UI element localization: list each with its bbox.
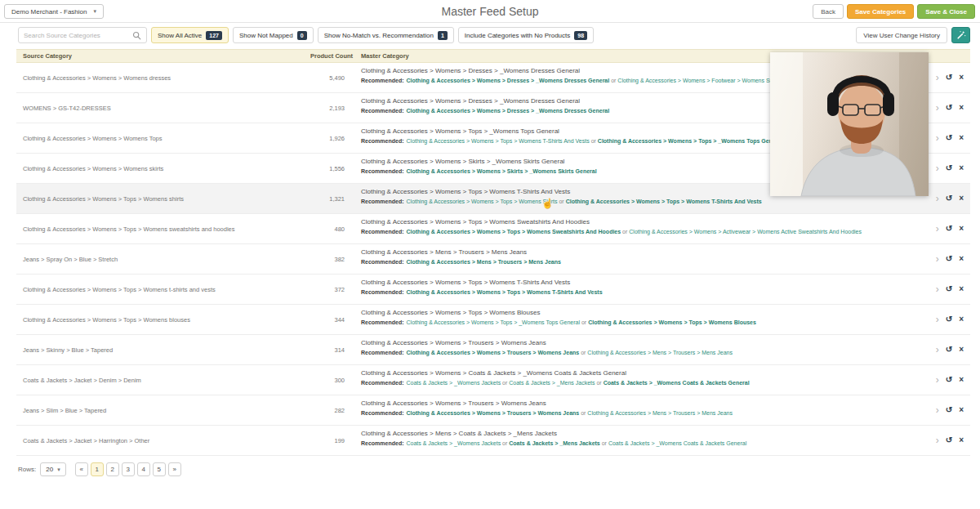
expand-chevron-icon[interactable]: › bbox=[936, 73, 939, 83]
recommended-category-link[interactable]: Clothing & Accessories > Womens > Tops >… bbox=[407, 138, 590, 144]
expand-chevron-icon[interactable]: › bbox=[936, 375, 939, 385]
remove-icon[interactable]: × bbox=[959, 315, 964, 324]
recommended-category-link[interactable]: Clothing & Accessories > Womens > Active… bbox=[629, 229, 862, 234]
recommended-category-link[interactable]: Coats & Jackets > _Womens Coats & Jacket… bbox=[604, 380, 750, 386]
remove-icon[interactable]: × bbox=[959, 194, 964, 203]
remove-icon[interactable]: × bbox=[959, 134, 964, 142]
recommended-category-link[interactable]: Clothing & Accessories > Mens > Trousers… bbox=[587, 410, 733, 416]
expand-chevron-icon[interactable]: › bbox=[936, 224, 939, 234]
master-category-value[interactable]: Clothing & Accessories > Mens > Trousers… bbox=[361, 248, 920, 257]
expand-chevron-icon[interactable]: › bbox=[936, 284, 939, 294]
undo-icon[interactable]: ↺ bbox=[946, 285, 952, 293]
recommended-category-link[interactable]: Clothing & Accessories > Womens > Tops >… bbox=[588, 319, 756, 325]
table-row[interactable]: Jeans > Slim > Blue > Tapered 282 Clothi… bbox=[16, 395, 970, 426]
page-2-button[interactable]: 2 bbox=[106, 462, 119, 476]
rows-per-page-select[interactable]: 20 ▾ bbox=[40, 462, 65, 476]
search-box[interactable] bbox=[18, 27, 147, 43]
master-category-value[interactable]: Clothing & Accessories > Womens > Tops >… bbox=[361, 279, 920, 287]
recommended-category-link[interactable]: Clothing & Accessories > Womens > Tops >… bbox=[407, 319, 581, 325]
recommended-category-link[interactable]: Clothing & Accessories > Womens > Tops >… bbox=[598, 138, 783, 144]
expand-chevron-icon[interactable]: › bbox=[936, 315, 939, 324]
table-row[interactable]: Coats & Jackets > Jacket > Harrington > … bbox=[16, 426, 970, 456]
recommended-category-link[interactable]: Coats & Jackets > _Mens Jackets bbox=[509, 380, 595, 386]
remove-icon[interactable]: × bbox=[959, 225, 964, 233]
page-4-button[interactable]: 4 bbox=[137, 462, 150, 476]
recommended-category-link[interactable]: Coats & Jackets > _Womens Coats & Jacket… bbox=[608, 440, 746, 446]
undo-icon[interactable]: ↺ bbox=[946, 104, 952, 112]
undo-icon[interactable]: ↺ bbox=[946, 346, 952, 354]
undo-icon[interactable]: ↺ bbox=[946, 225, 952, 233]
filter-show-no-match-vs-recommendation[interactable]: Show No-Match vs. Recommendation1 bbox=[318, 27, 454, 43]
undo-icon[interactable]: ↺ bbox=[946, 74, 952, 82]
expand-chevron-icon[interactable]: › bbox=[936, 163, 939, 173]
page-5-button[interactable]: 5 bbox=[153, 462, 166, 476]
filter-include-categories-with-no-products[interactable]: Include Categories with No Products98 bbox=[458, 27, 594, 43]
remove-icon[interactable]: × bbox=[959, 285, 964, 293]
save-categories-button[interactable]: Save Categories bbox=[847, 4, 914, 19]
table-row[interactable]: Clothing & Accessories > Womens > Tops >… bbox=[16, 305, 970, 335]
master-category-value[interactable]: Clothing & Accessories > Womens > Tops >… bbox=[361, 309, 920, 317]
undo-icon[interactable]: ↺ bbox=[946, 406, 952, 414]
save-close-button[interactable]: Save & Close bbox=[917, 4, 975, 19]
recommended-category-link[interactable]: Clothing & Accessories > Womens > Tops >… bbox=[407, 229, 621, 234]
master-category-value[interactable]: Clothing & Accessories > Mens > Coats & … bbox=[361, 430, 920, 438]
remove-icon[interactable]: × bbox=[959, 346, 964, 354]
recommended-category-link[interactable]: Coats & Jackets > _Womens Jackets bbox=[407, 380, 501, 386]
recommended-category-link[interactable]: Clothing & Accessories > Mens > Trousers… bbox=[587, 350, 733, 355]
filter-show-not-mapped[interactable]: Show Not Mapped0 bbox=[233, 27, 314, 43]
recommended-category-link[interactable]: Clothing & Accessories > Womens > Skirts… bbox=[407, 168, 597, 174]
remove-icon[interactable]: × bbox=[959, 436, 964, 444]
merchant-selector[interactable]: Demo Merchant - Fashion ▾ bbox=[4, 4, 104, 19]
recommended-category-link[interactable]: Clothing & Accessories > Womens > Tops >… bbox=[407, 199, 558, 204]
page-3-button[interactable]: 3 bbox=[122, 462, 135, 476]
recommended-category-link[interactable]: Clothing & Accessories > Womens > Tops >… bbox=[566, 199, 762, 204]
remove-icon[interactable]: × bbox=[959, 164, 964, 172]
expand-chevron-icon[interactable]: › bbox=[936, 194, 939, 203]
master-category-value[interactable]: Clothing & Accessories > Womens > Trouse… bbox=[361, 339, 920, 347]
expand-chevron-icon[interactable]: › bbox=[936, 345, 939, 355]
expand-chevron-icon[interactable]: › bbox=[936, 254, 939, 264]
remove-icon[interactable]: × bbox=[959, 74, 964, 82]
back-button[interactable]: Back bbox=[813, 4, 844, 19]
master-category-value[interactable]: Clothing & Accessories > Womens > Trouse… bbox=[361, 400, 920, 408]
master-category-value[interactable]: Clothing & Accessories > Womens > Tops >… bbox=[361, 218, 920, 226]
recommended-category-link[interactable]: Clothing & Accessories > Mens > Trousers… bbox=[407, 259, 561, 265]
table-row[interactable]: Clothing & Accessories > Womens > Tops >… bbox=[16, 214, 970, 244]
table-row[interactable]: Coats & Jackets > Jacket > Denim > Denim… bbox=[16, 365, 970, 395]
search-input[interactable] bbox=[24, 32, 130, 39]
recommended-links: Clothing & Accessories > Womens > Trouse… bbox=[407, 410, 733, 416]
remove-icon[interactable]: × bbox=[959, 104, 964, 112]
recommended-category-link[interactable]: Clothing & Accessories > Womens > Trouse… bbox=[407, 410, 580, 416]
master-category-value[interactable]: Clothing & Accessories > Womens > Coats … bbox=[361, 369, 920, 377]
table-row[interactable]: Jeans > Skinny > Blue > Tapered 314 Clot… bbox=[16, 335, 970, 365]
remove-icon[interactable]: × bbox=[959, 255, 964, 263]
undo-icon[interactable]: ↺ bbox=[946, 315, 952, 324]
view-user-change-history-button[interactable]: View User Change History bbox=[856, 27, 947, 43]
recommended-links: Clothing & Accessories > Womens > Tops >… bbox=[407, 229, 862, 234]
expand-chevron-icon[interactable]: › bbox=[936, 103, 939, 113]
page-next-button[interactable]: » bbox=[168, 462, 181, 476]
page-1-button[interactable]: 1 bbox=[91, 462, 104, 476]
remove-icon[interactable]: × bbox=[959, 406, 964, 414]
expand-chevron-icon[interactable]: › bbox=[936, 133, 939, 143]
recommended-category-link[interactable]: Coats & Jackets > _Womens Jackets bbox=[407, 440, 501, 446]
recommended-category-link[interactable]: Clothing & Accessories > Womens > Tops >… bbox=[407, 289, 603, 295]
undo-icon[interactable]: ↺ bbox=[946, 164, 952, 172]
auto-match-button[interactable] bbox=[951, 27, 970, 43]
filter-show-all-active[interactable]: Show All Active127 bbox=[151, 27, 229, 43]
undo-icon[interactable]: ↺ bbox=[946, 134, 952, 142]
undo-icon[interactable]: ↺ bbox=[946, 255, 952, 263]
undo-icon[interactable]: ↺ bbox=[946, 194, 952, 203]
page-prev-button[interactable]: « bbox=[75, 462, 88, 476]
recommended-category-link[interactable]: Clothing & Accessories > Womens > Dresse… bbox=[407, 108, 610, 114]
undo-icon[interactable]: ↺ bbox=[946, 376, 952, 384]
expand-chevron-icon[interactable]: › bbox=[936, 405, 939, 415]
remove-icon[interactable]: × bbox=[959, 376, 964, 384]
recommended-category-link[interactable]: Clothing & Accessories > Womens > Trouse… bbox=[407, 350, 580, 355]
undo-icon[interactable]: ↺ bbox=[946, 436, 952, 444]
recommended-category-link[interactable]: Coats & Jackets > _Mens Jackets bbox=[509, 440, 599, 446]
expand-chevron-icon[interactable]: › bbox=[936, 435, 939, 445]
table-row[interactable]: Jeans > Spray On > Blue > Stretch 382 Cl… bbox=[16, 244, 970, 275]
recommended-category-link[interactable]: Clothing & Accessories > Womens > Dresse… bbox=[407, 78, 610, 83]
table-row[interactable]: Clothing & Accessories > Womens > Tops >… bbox=[16, 275, 970, 305]
